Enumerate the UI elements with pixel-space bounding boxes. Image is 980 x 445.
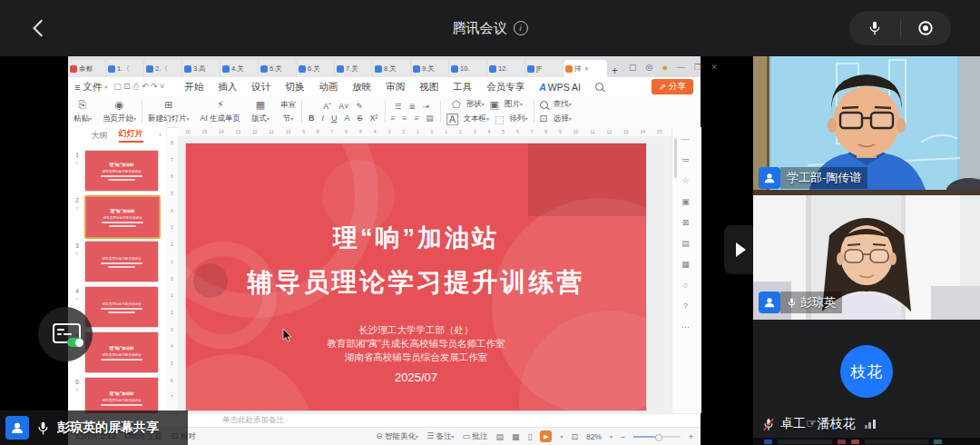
- doc-tab[interactable]: 7.关: [335, 60, 372, 77]
- tab-tools[interactable]: 工具: [446, 81, 479, 94]
- outline-tab[interactable]: 大纲: [92, 130, 108, 142]
- video-tile-1[interactable]: 学工部-陶传谱: [753, 56, 980, 195]
- number-list-icon: ≣: [409, 102, 417, 111]
- play-from-page-group[interactable]: ◉当页开始▾: [97, 96, 142, 127]
- captions-toggle-float[interactable]: [38, 307, 93, 361]
- collapse-panel-icon[interactable]: ‹: [159, 130, 162, 139]
- zoom-out-button[interactable]: −: [621, 432, 625, 441]
- normal-view-icon[interactable]: ▤: [495, 432, 504, 441]
- doc-tab[interactable]: [F: [525, 60, 563, 77]
- canvas-scrollbar[interactable]: [674, 138, 677, 178]
- rail-tool-icon[interactable]: ⊠: [682, 218, 690, 227]
- doc-tab[interactable]: 8.关: [373, 60, 410, 77]
- window-control-button[interactable]: ●: [662, 62, 668, 73]
- find-group[interactable]: 查找▾ ⊡选择▾: [534, 96, 577, 127]
- tab-review[interactable]: 审阅: [378, 81, 412, 94]
- rail-tool-icon[interactable]: ☆: [681, 176, 689, 185]
- slide-org-lines: 长沙理工大学学工部（处） 教育部湘“寓”共成长高校辅导员名师工作室 湖南省高校辅…: [186, 323, 646, 364]
- insert-group[interactable]: ⬠形状▾▣图片▾ 🄰文本框▾⬚排列▾: [441, 96, 533, 127]
- zoom-level[interactable]: 82%: [586, 432, 602, 441]
- clear-format-icon: ✎: [356, 102, 365, 111]
- doc-tab[interactable]: 12.: [487, 60, 524, 77]
- zoom-slider[interactable]: [633, 436, 681, 438]
- doc-tab[interactable]: 6.关: [297, 60, 334, 77]
- rail-tool-icon[interactable]: ▤: [681, 239, 690, 248]
- expand-panel-button[interactable]: [724, 225, 757, 274]
- rail-tool-icon[interactable]: ?: [683, 302, 688, 311]
- slide-thumbnail[interactable]: 6☆理“响”加油站辅导员理论学习提升训练营: [72, 377, 164, 413]
- rail-tool-icon[interactable]: ≔: [681, 155, 690, 164]
- slide-thumbnail-selected[interactable]: 2☆理“响”加油站辅导员理论学习提升训练营: [72, 195, 164, 236]
- slides-tab[interactable]: 幻灯片: [119, 128, 143, 143]
- rail-tool-icon[interactable]: ▦: [681, 260, 690, 269]
- hamburger-icon: ≡: [74, 82, 80, 93]
- chevron-right-icon: [736, 242, 746, 257]
- new-tab-button[interactable]: +: [612, 64, 618, 77]
- tab-close-icon[interactable]: ✕: [584, 65, 590, 73]
- window-control-button[interactable]: ✕: [710, 63, 718, 72]
- ai-page-group[interactable]: ⚡AI 生成单页: [195, 96, 246, 127]
- fullscreen-icon[interactable]: ⊡: [571, 432, 578, 441]
- slide-thumbnail[interactable]: 3☆辅导员理论学习提升训练营: [72, 241, 164, 282]
- doc-tab[interactable]: 余都: [68, 60, 105, 77]
- slideshow-button[interactable]: ▶: [540, 430, 552, 442]
- doc-tab[interactable]: 1.〈: [106, 60, 143, 77]
- comments-button[interactable]: ▭ 批注: [463, 431, 488, 442]
- quick-access-icons[interactable]: ▢ ⊡ ⎙ ↶ ↷ ˅: [113, 82, 164, 92]
- rail-tool-icon[interactable]: —: [681, 134, 690, 143]
- tab-wps-ai[interactable]: AWPS AI: [532, 82, 588, 93]
- slide-thumbnail[interactable]: 1☆理“响”加油站辅导员理论学习提升训练营: [72, 150, 164, 191]
- tab-slideshow[interactable]: 放映: [345, 81, 378, 94]
- rail-tool-icon[interactable]: ⋯: [681, 322, 690, 331]
- search-icon[interactable]: [595, 83, 603, 91]
- slideshow-dropdown[interactable]: ▾: [560, 433, 563, 440]
- captions-toggle-on[interactable]: [67, 338, 83, 347]
- paste-group[interactable]: ⎘粘贴▾: [68, 96, 97, 127]
- doc-tab[interactable]: 9.关: [411, 60, 448, 77]
- paragraph-group[interactable]: ☰≣⇥ ≡≡≡▤: [386, 96, 441, 127]
- file-menu[interactable]: ≡文件▾: [68, 81, 113, 94]
- tab-insert[interactable]: 插入: [211, 81, 244, 94]
- doc-tab[interactable]: 2.〈: [144, 60, 181, 77]
- window-control-button[interactable]: —: [677, 63, 685, 72]
- mic-button[interactable]: [849, 11, 900, 45]
- window-control-button[interactable]: ◎: [646, 63, 653, 72]
- tab-view[interactable]: 视图: [412, 81, 446, 94]
- reading-view-icon[interactable]: ▯: [528, 432, 533, 441]
- bold-button: B: [308, 114, 316, 123]
- participant-1-nametag: 学工部-陶传谱: [759, 167, 867, 189]
- current-slide[interactable]: 理“响”加油站 辅导员理论学习提升训练营 长沙理工大学学工部（处） 教育部湘“寓…: [186, 143, 646, 410]
- wps-menubar: ≡文件▾ ▢ ⊡ ⎙ ↶ ↷ ˅ 开始 插入 设计 切换 动画 放映 审阅 视图…: [68, 77, 701, 97]
- doc-tab[interactable]: 10.: [449, 60, 486, 77]
- tab-home[interactable]: 开始: [177, 81, 211, 94]
- share-button[interactable]: ⇗分享: [652, 79, 693, 94]
- video-tile-3[interactable]: 枝花 卓工☞潘枝花: [753, 320, 980, 445]
- doc-tab[interactable]: 3.高: [182, 60, 220, 77]
- doc-tab-active[interactable]: 排✕: [564, 60, 607, 77]
- notes-button[interactable]: ☰ 备注▾: [426, 431, 454, 442]
- picture-icon: ▣: [490, 99, 499, 111]
- rail-tool-icon[interactable]: ▣: [681, 197, 690, 206]
- status-right: ⊖ 智能美化▾ ☰ 备注▾ ▭ 批注 ▤ ▦ ▯ ▶ ▾ ⊡ 82% ▾ − +: [376, 430, 693, 442]
- section-group[interactable]: 串宣节▾: [275, 96, 301, 127]
- record-button[interactable]: [901, 11, 952, 45]
- participant-3-name: 卓工☞潘枝花: [780, 416, 856, 432]
- tab-design[interactable]: 设计: [244, 81, 278, 94]
- window-control-button[interactable]: ❐: [694, 63, 701, 72]
- tab-animation[interactable]: 动画: [311, 81, 345, 94]
- beautify-button[interactable]: ⊖ 智能美化▾: [376, 431, 418, 442]
- layout-group[interactable]: ▦版式▾: [246, 96, 275, 127]
- video-tile-2[interactable]: 彭琼英: [753, 195, 980, 320]
- tab-member[interactable]: 会员专享: [479, 81, 532, 94]
- doc-tab[interactable]: 5.关: [259, 60, 296, 77]
- doc-tab[interactable]: 4.关: [220, 60, 258, 77]
- info-icon[interactable]: i: [514, 21, 528, 35]
- zoom-in-button[interactable]: +: [689, 432, 693, 441]
- new-slide-group[interactable]: ⊞新建幻灯片▾: [142, 96, 195, 127]
- tab-transition[interactable]: 切换: [278, 81, 311, 94]
- window-control-button[interactable]: ▢: [629, 63, 637, 72]
- font-group[interactable]: AˆA˅✎ BIUASX²: [302, 96, 385, 127]
- meeting-topbar: 腾讯会议 i: [0, 0, 980, 56]
- sorter-view-icon[interactable]: ▦: [512, 432, 520, 441]
- rail-tool-icon[interactable]: ○: [683, 281, 688, 290]
